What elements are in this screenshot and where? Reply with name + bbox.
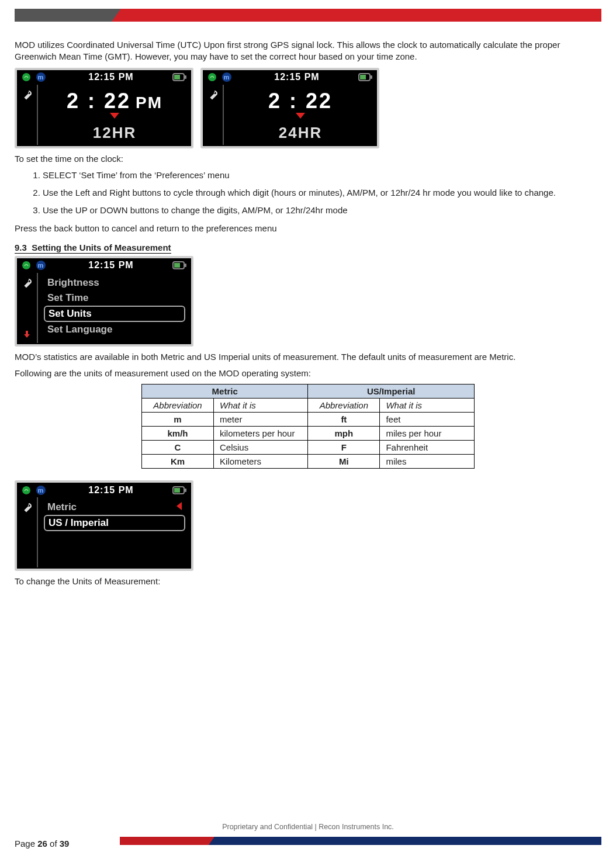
prefs-item-set-time: Set Time (44, 290, 185, 306)
units-sub-abbr-m: Abbreviation (142, 399, 214, 413)
menu-m-icon: m (36, 260, 46, 271)
cell: Fahrenheit (380, 441, 475, 455)
wrench-icon (21, 278, 33, 289)
units-item-imperial-selected: US / Imperial (44, 515, 185, 531)
header-bar-gray (15, 9, 123, 22)
clock-display-12hr: 2 : 22PM (44, 87, 185, 112)
screenshot-24hr: m 12:15 PM 2 : 22 (200, 68, 379, 148)
device-left-rail (17, 85, 37, 145)
svg-rect-24 (185, 489, 186, 492)
clock-24-value: 2 : 22 (268, 89, 333, 113)
svg-text:m: m (38, 74, 44, 81)
cell: F (308, 441, 380, 455)
prefs-item-set-units-selected: Set Units (44, 306, 185, 322)
section-9-3-heading: 9.3 Setting the Units of Measurement (15, 243, 601, 254)
cell: Celsius (214, 441, 308, 455)
footer-page-number: Page 26 of 39 (15, 839, 69, 848)
device-status-bar: m 12:15 PM (203, 70, 377, 85)
cell: m (142, 413, 214, 427)
svg-point-7 (208, 73, 216, 81)
svg-marker-26 (177, 502, 182, 510)
prefs-item-brightness: Brightness (44, 275, 185, 290)
device-status-bar: m 12:15 PM (17, 70, 191, 85)
footer-page-current: 26 (37, 839, 47, 848)
screenshot-12hr: m 12:15 PM 2 : 22PM (15, 68, 193, 148)
press-back-note: Press the back button to cancel and retu… (15, 223, 601, 234)
footer-page-of: of (47, 839, 60, 848)
units-sub-what-i: What it is (380, 399, 475, 413)
device-status-bar: m 12:15 PM (17, 483, 191, 497)
screenshot-units-menu: m 12:15 PM Metric (15, 480, 193, 571)
units-menu-list: Metric US / Imperial (38, 497, 191, 567)
cell: kilometers per hour (214, 427, 308, 441)
units-paragraph-2: Following are the units of measurement u… (15, 368, 601, 379)
svg-point-14 (22, 261, 30, 269)
device-header-time: 12:15 PM (50, 485, 172, 496)
table-row: C Celsius F Fahrenheit (142, 441, 475, 455)
selector-caret-icon (230, 110, 371, 120)
units-item-metric: Metric (44, 500, 185, 515)
device-header-time: 12:15 PM (236, 72, 358, 82)
menu-m-icon: m (36, 485, 46, 496)
units-sub-what-m: What it is (214, 399, 308, 413)
cell: miles (380, 455, 475, 469)
svg-rect-11 (371, 75, 372, 79)
cell: Mi (308, 455, 380, 469)
prefs-item-set-units-label: Set Units (49, 308, 92, 320)
cell: ft (308, 413, 380, 427)
svg-marker-13 (296, 113, 305, 119)
set-time-steps: SELECT ‘Set Time’ from the ‘Preferences’… (26, 169, 601, 217)
clock-12-value: 2 : 22 (67, 89, 131, 113)
screenshot-row-clock: m 12:15 PM 2 : 22PM (15, 68, 601, 148)
header-color-bar (15, 9, 601, 22)
gps-icon (22, 261, 31, 270)
left-nav-icon (177, 501, 182, 513)
table-row: Metric US/Imperial (142, 385, 475, 399)
clock-display-24hr: 2 : 22 (230, 87, 371, 112)
cell: C (142, 441, 214, 455)
device-status-bar: m 12:15 PM (17, 258, 191, 273)
units-paragraph-1: MOD’s statistics are available in both M… (15, 351, 601, 363)
table-row: Abbreviation What it is Abbreviation Wha… (142, 399, 475, 413)
footer-color-bar (120, 837, 601, 845)
footer-bar-navy (207, 837, 601, 845)
svg-point-0 (22, 73, 30, 81)
page: MOD utilizes Coordinated Universal Time … (0, 0, 616, 859)
cell: Kilometers (214, 455, 308, 469)
prefs-menu-list: Brightness Set Time Set Units Set Langua… (38, 273, 191, 343)
device-header-time: 12:15 PM (50, 72, 172, 82)
cell: meter (214, 413, 308, 427)
svg-rect-25 (174, 488, 180, 493)
gps-icon (22, 486, 31, 495)
units-item-imperial-label: US / Imperial (49, 517, 109, 529)
svg-text:m: m (38, 262, 44, 269)
table-row: Km Kilometers Mi miles (142, 455, 475, 469)
header-bar-red (123, 9, 601, 22)
svg-rect-18 (185, 264, 186, 267)
paragraph-utc: MOD utilizes Coordinated Universal Time … (15, 39, 601, 63)
svg-rect-4 (185, 75, 186, 79)
footer-bar-red (120, 837, 207, 845)
table-row: m meter ft feet (142, 413, 475, 427)
cell: miles per hour (380, 427, 475, 441)
svg-marker-6 (110, 113, 119, 119)
battery-icon (172, 261, 186, 269)
prefs-item-set-language: Set Language (44, 322, 185, 337)
units-th-metric: Metric (142, 385, 308, 399)
cell: Km (142, 455, 214, 469)
wrench-icon (21, 502, 33, 514)
device-left-rail (203, 85, 223, 145)
clock-mode-12hr: 12HR (44, 124, 185, 142)
svg-text:m: m (224, 74, 230, 81)
units-th-imperial: US/Imperial (308, 385, 475, 399)
svg-rect-5 (174, 75, 180, 79)
table-row: km/h kilometers per hour mph miles per h… (142, 427, 475, 441)
set-time-step-1: SELECT ‘Set Time’ from the ‘Preferences’… (43, 169, 601, 181)
footer-page-prefix: Page (15, 839, 37, 848)
gps-icon (22, 72, 31, 82)
footer-page-total: 39 (60, 839, 70, 848)
svg-text:m: m (38, 487, 44, 494)
set-time-step-3: Use the UP or DOWN buttons to change the… (43, 205, 601, 216)
change-units-intro: To change the Units of Measurement: (15, 576, 601, 587)
device-left-rail (17, 273, 37, 343)
